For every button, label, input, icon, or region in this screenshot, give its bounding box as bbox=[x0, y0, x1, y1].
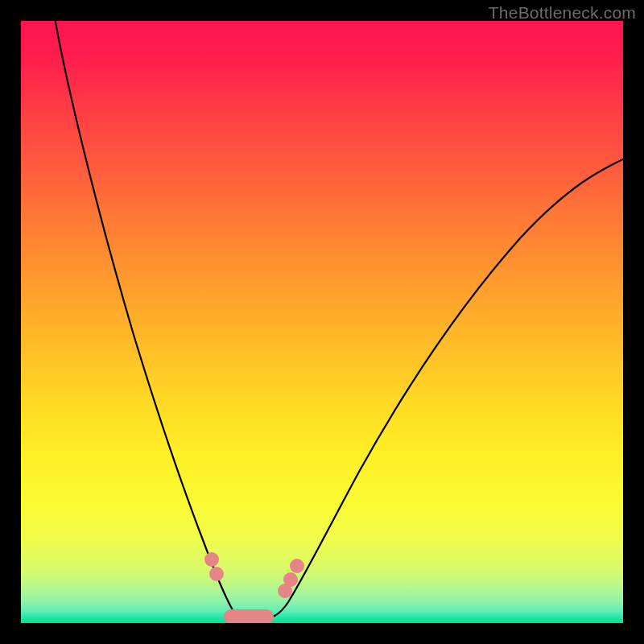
marker-dot bbox=[283, 572, 298, 587]
marker-dot bbox=[209, 567, 224, 581]
marker-valley-band bbox=[224, 609, 274, 623]
marker-dot bbox=[204, 552, 219, 567]
left-curve bbox=[55, 21, 243, 617]
watermark-text: TheBottleneck.com bbox=[489, 3, 636, 23]
curve-layer bbox=[21, 21, 623, 623]
marker-dot bbox=[290, 559, 304, 573]
right-curve bbox=[270, 158, 623, 617]
plot-area bbox=[21, 21, 623, 623]
